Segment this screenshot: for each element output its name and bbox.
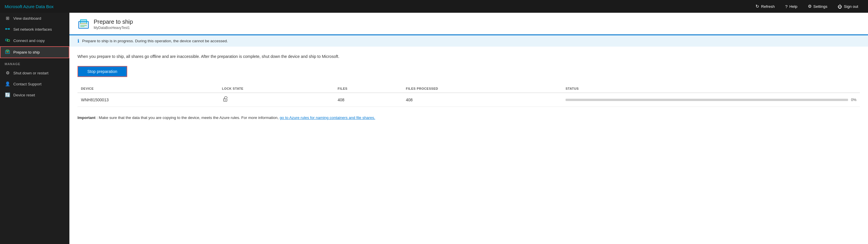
reset-icon: 🔄 — [5, 92, 10, 98]
sidebar: ⊞ View dashboard Set network interfaces … — [0, 13, 69, 244]
help-icon: ? — [785, 4, 787, 9]
sidebar-item-device-reset[interactable]: 🔄 Device reset — [0, 89, 69, 101]
sidebar-item-contact-support[interactable]: 👤 Contact Support — [0, 78, 69, 89]
content-body: When you prepare to ship, all shares go … — [69, 47, 868, 128]
content-area: Prepare to ship MyDataBoxHeavyTest1 ℹ Pr… — [69, 13, 868, 244]
shutdown-icon: ⚙ — [5, 70, 10, 76]
important-body: Make sure that the data that you are cop… — [99, 115, 279, 120]
progress-cell: 0% — [565, 98, 857, 102]
ship-icon — [5, 49, 10, 55]
svg-rect-3 — [5, 39, 8, 41]
page-title: Prepare to ship — [94, 19, 133, 25]
important-note: Important : Make sure that the data that… — [78, 115, 860, 121]
page-header: Prepare to ship MyDataBoxHeavyTest1 — [69, 13, 868, 34]
azure-rules-link[interactable]: go to Azure rules for naming containers … — [280, 115, 375, 120]
table-row: WNH81500013 408 — [78, 93, 860, 107]
signout-icon: ⏻ — [838, 4, 842, 9]
info-banner: ℹ Prepare to ship is in progress. During… — [69, 34, 868, 47]
info-banner-text: Prepare to ship is in progress. During t… — [82, 39, 228, 43]
col-header-files: FILES — [334, 85, 402, 93]
svg-rect-0 — [5, 29, 9, 29]
svg-rect-4 — [7, 39, 9, 42]
signout-button[interactable]: ⏻ Sign out — [832, 0, 863, 13]
sidebar-item-prepare-ship[interactable]: Prepare to ship — [0, 46, 69, 58]
refresh-icon: ↻ — [755, 4, 759, 9]
info-icon: ℹ — [78, 38, 79, 44]
lock-state — [219, 93, 334, 107]
svg-point-16 — [225, 100, 225, 101]
col-header-device: DEVICE — [78, 85, 219, 93]
dashboard-icon: ⊞ — [5, 16, 10, 21]
sidebar-item-view-dashboard[interactable]: ⊞ View dashboard — [0, 13, 69, 24]
top-nav-actions: ↻ Refresh ? Help ⚙ Settings ⏻ Sign out — [750, 0, 863, 13]
help-button[interactable]: ? Help — [780, 0, 803, 13]
main-layout: ⊞ View dashboard Set network interfaces … — [0, 13, 868, 244]
app-title: Microsoft Azure Data Box — [5, 4, 750, 9]
device-table: DEVICE LOCK STATE FILES FILES PROCESSED … — [78, 85, 860, 107]
network-icon — [5, 27, 10, 32]
progress-bar-bg — [565, 99, 848, 101]
col-header-files-processed: FILES PROCESSED — [402, 85, 562, 93]
col-header-lock-state: LOCK STATE — [219, 85, 334, 93]
files-processed-count: 408 — [402, 93, 562, 107]
stop-preparation-button[interactable]: Stop preparation — [78, 66, 127, 77]
sidebar-item-connect-copy[interactable]: Connect and copy — [0, 35, 69, 46]
settings-button[interactable]: ⚙ Settings — [803, 0, 833, 13]
files-count: 408 — [334, 93, 402, 107]
device-name: WNH81500013 — [78, 93, 219, 107]
manage-section-label: MANAGE — [0, 58, 69, 67]
page-icon — [78, 18, 90, 30]
important-label: Important — [78, 115, 95, 120]
page-subtitle: MyDataBoxHeavyTest1 — [94, 26, 133, 30]
support-icon: 👤 — [5, 81, 10, 86]
col-header-status: STATUS — [562, 85, 860, 93]
page-title-block: Prepare to ship MyDataBoxHeavyTest1 — [94, 19, 133, 30]
lock-icon — [222, 98, 228, 103]
settings-icon: ⚙ — [808, 4, 812, 9]
top-nav: Microsoft Azure Data Box ↻ Refresh ? Hel… — [0, 0, 868, 13]
connect-icon — [5, 38, 10, 44]
description-text: When you prepare to ship, all shares go … — [78, 54, 860, 60]
progress-percent: 0% — [851, 98, 857, 102]
status-cell: 0% — [562, 93, 860, 107]
svg-rect-10 — [81, 20, 87, 24]
sidebar-item-set-network[interactable]: Set network interfaces — [0, 24, 69, 35]
refresh-button[interactable]: ↻ Refresh — [750, 0, 780, 13]
sidebar-item-shutdown[interactable]: ⚙ Shut down or restart — [0, 67, 69, 78]
